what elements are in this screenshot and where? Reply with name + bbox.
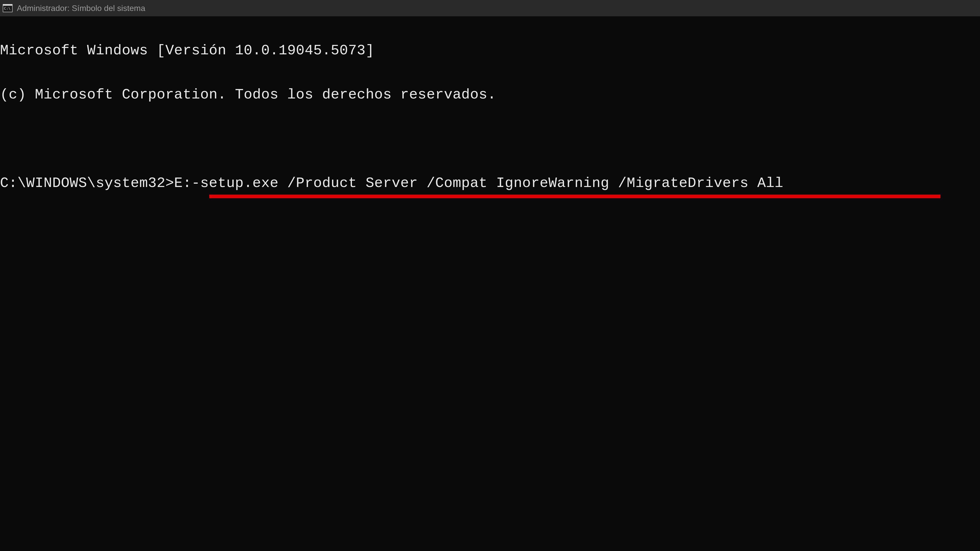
titlebar[interactable]: C:\ Administrador: Símbolo del sistema xyxy=(0,0,980,16)
terminal-prompt: C:\WINDOWS\system32> xyxy=(0,175,174,191)
terminal-prompt-line: C:\WINDOWS\system32>E:-setup.exe /Produc… xyxy=(0,172,783,217)
annotation-underline xyxy=(209,195,940,198)
terminal-blank-line xyxy=(0,128,980,150)
terminal-command[interactable]: E:-setup.exe /Product Server /Compat Ign… xyxy=(174,175,783,191)
terminal-line-copyright: (c) Microsoft Corporation. Todos los der… xyxy=(0,84,980,106)
terminal-output[interactable]: Microsoft Windows [Versión 10.0.19045.50… xyxy=(0,16,980,216)
svg-text:C:\: C:\ xyxy=(4,6,11,11)
titlebar-title: Administrador: Símbolo del sistema xyxy=(17,3,145,13)
terminal-line-version: Microsoft Windows [Versión 10.0.19045.50… xyxy=(0,40,980,62)
cmd-icon: C:\ xyxy=(2,3,13,13)
